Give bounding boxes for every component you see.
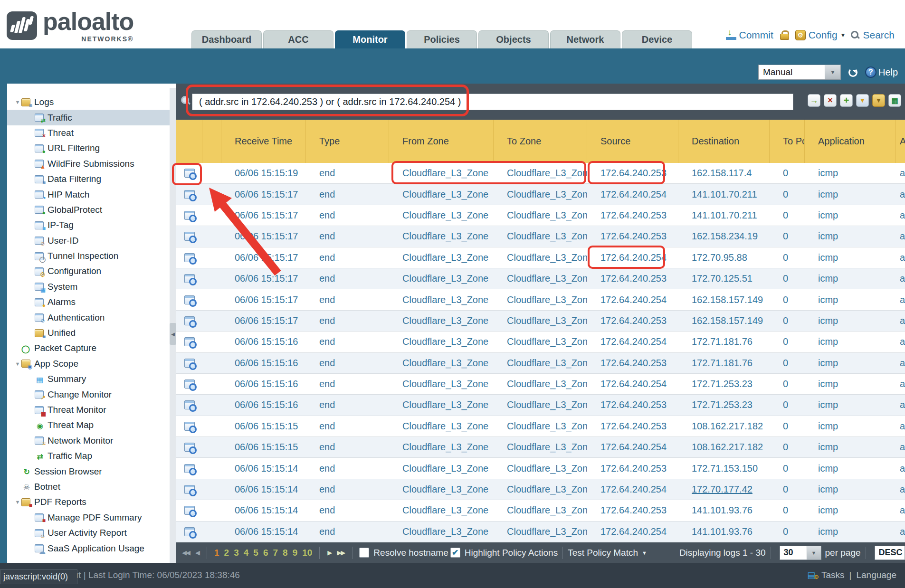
application-cell[interactable]: icmp <box>805 332 896 352</box>
source-cell[interactable]: 172.64.240.253 <box>587 163 678 183</box>
application-cell[interactable]: icmp <box>805 353 896 373</box>
type-cell[interactable]: end <box>306 311 389 331</box>
to-port-cell[interactable]: 0 <box>770 311 805 331</box>
action-cell[interactable]: allow <box>896 416 905 436</box>
destination-cell[interactable]: 172.71.253.23 <box>678 395 770 415</box>
to-zone-cell[interactable]: Cloudflare_L3_Zone <box>494 289 587 310</box>
destination-cell[interactable]: 172.71.153.150 <box>678 458 770 478</box>
test-policy-match-button[interactable]: Test Policy Match ▼ <box>568 548 647 558</box>
to-port-cell[interactable]: 0 <box>770 395 805 415</box>
sidebar-item-manage-pdf-summary[interactable]: Manage PDF Summary <box>7 510 170 525</box>
receive-time-cell[interactable]: 06/06 15:15:14 <box>221 500 306 521</box>
sidebar-item-user-id[interactable]: User-ID <box>7 233 170 248</box>
type-cell[interactable]: end <box>306 163 389 183</box>
sidebar-item-summary[interactable]: Summary <box>7 371 170 387</box>
receive-time-cell[interactable]: 06/06 15:15:17 <box>221 311 306 331</box>
from-zone-cell[interactable]: Cloudflare_L3_Zone <box>389 332 494 352</box>
page-number-10[interactable]: 10 <box>302 548 312 558</box>
log-detail-icon[interactable] <box>184 169 195 178</box>
type-cell[interactable]: end <box>306 205 389 226</box>
to-zone-cell[interactable]: Cloudflare_L3_Zone <box>494 353 587 373</box>
type-cell[interactable]: end <box>306 522 389 542</box>
sidebar-item-wildfire-submissions[interactable]: WildFire Submissions <box>7 156 170 171</box>
sidebar-item-threat-map[interactable]: Threat Map <box>7 417 170 433</box>
source-cell[interactable]: 172.64.240.254 <box>587 374 678 394</box>
application-cell[interactable]: icmp <box>805 458 896 478</box>
action-cell[interactable]: allow <box>896 226 905 247</box>
sidebar-item-unified[interactable]: Unified <box>7 325 170 341</box>
page-size-dropdown-arrow[interactable]: ▼ <box>807 546 821 560</box>
receive-time-cell[interactable]: 06/06 15:15:17 <box>221 289 306 310</box>
application-cell[interactable]: icmp <box>805 479 896 500</box>
destination-cell[interactable]: 172.70.125.51 <box>678 268 770 289</box>
column-header-receive-time[interactable]: Receive Time <box>221 120 306 163</box>
log-detail-icon[interactable] <box>184 190 195 199</box>
sidebar-item-authentication[interactable]: Authentication <box>7 310 170 325</box>
to-port-cell[interactable]: 0 <box>770 458 805 478</box>
add-filter-icon[interactable]: + <box>840 94 853 107</box>
page-number-8[interactable]: 8 <box>283 548 288 558</box>
to-zone-cell[interactable]: Cloudflare_L3_Zone <box>494 458 587 478</box>
log-filter-input[interactable] <box>192 94 793 110</box>
from-zone-cell[interactable]: Cloudflare_L3_Zone <box>389 226 494 247</box>
action-cell[interactable]: allow <box>896 268 905 289</box>
receive-time-cell[interactable]: 06/06 15:15:16 <box>221 353 306 373</box>
destination-cell[interactable]: 141.101.70.211 <box>678 184 770 204</box>
from-zone-cell[interactable]: Cloudflare_L3_Zone <box>389 500 494 521</box>
source-cell[interactable]: 172.64.240.253 <box>587 500 678 521</box>
column-header-to-zone[interactable]: To Zone <box>494 120 587 163</box>
destination-cell[interactable]: 141.101.70.211 <box>678 205 770 226</box>
source-cell[interactable]: 172.64.240.254 <box>587 479 678 500</box>
receive-time-cell[interactable]: 06/06 15:15:15 <box>221 416 306 436</box>
type-cell[interactable]: end <box>306 184 389 204</box>
to-port-cell[interactable]: 0 <box>770 247 805 268</box>
source-cell[interactable]: 172.64.240.254 <box>587 522 678 542</box>
tab-policies[interactable]: Policies <box>407 30 477 48</box>
resolve-hostname-checkbox[interactable] <box>359 548 369 558</box>
from-zone-cell[interactable]: Cloudflare_L3_Zone <box>389 247 494 268</box>
column-header-from-zone[interactable]: From Zone <box>389 120 494 163</box>
to-zone-cell[interactable]: Cloudflare_L3_Zone <box>494 522 587 542</box>
receive-time-cell[interactable]: 06/06 15:15:17 <box>221 247 306 268</box>
destination-cell[interactable]: 162.158.234.19 <box>678 226 770 247</box>
sidebar-item-threat[interactable]: Threat <box>7 125 170 141</box>
application-cell[interactable]: icmp <box>805 311 896 331</box>
tab-dashboard[interactable]: Dashboard <box>191 30 262 48</box>
to-zone-cell[interactable]: Cloudflare_L3_Zone <box>494 332 587 352</box>
action-cell[interactable]: allow <box>896 205 905 226</box>
page-number-5[interactable]: 5 <box>253 548 258 558</box>
to-port-cell[interactable]: 0 <box>770 522 805 542</box>
commit-button[interactable]: Commit <box>726 29 773 41</box>
action-cell[interactable]: allow <box>896 458 905 478</box>
to-port-cell[interactable]: 0 <box>770 226 805 247</box>
application-cell[interactable]: icmp <box>805 268 896 289</box>
from-zone-cell[interactable]: Cloudflare_L3_Zone <box>389 395 494 415</box>
source-cell[interactable]: 172.64.240.254 <box>587 247 678 268</box>
tasks-button[interactable]: Tasks <box>821 570 845 580</box>
source-cell[interactable]: 172.64.240.254 <box>587 332 678 352</box>
log-detail-icon[interactable] <box>184 232 195 241</box>
to-port-cell[interactable]: 0 <box>770 268 805 289</box>
destination-cell[interactable]: 108.162.217.182 <box>678 416 770 436</box>
from-zone-cell[interactable]: Cloudflare_L3_Zone <box>389 458 494 478</box>
receive-time-cell[interactable]: 06/06 15:15:17 <box>221 184 306 204</box>
tab-acc[interactable]: ACC <box>263 30 333 48</box>
sidebar-item-saas-application-usage[interactable]: SaaS Application Usage <box>7 541 170 556</box>
prev-page-button[interactable]: ◀ <box>195 549 199 556</box>
receive-time-cell[interactable]: 06/06 15:15:17 <box>221 226 306 247</box>
expand-triangle-icon[interactable]: ▼ <box>14 499 21 505</box>
destination-cell[interactable]: 162.158.157.149 <box>678 289 770 310</box>
log-detail-icon[interactable] <box>184 422 195 431</box>
to-port-cell[interactable]: 0 <box>770 163 805 183</box>
source-cell[interactable]: 172.64.240.253 <box>587 205 678 226</box>
to-zone-cell[interactable]: Cloudflare_L3_Zone <box>494 184 587 204</box>
from-zone-cell[interactable]: Cloudflare_L3_Zone <box>389 416 494 436</box>
application-cell[interactable]: icmp <box>805 374 896 394</box>
interval-dropdown-arrow[interactable]: ▼ <box>825 65 841 80</box>
destination-cell[interactable]: 172.70.95.88 <box>678 247 770 268</box>
tab-monitor[interactable]: Monitor <box>335 30 405 48</box>
type-cell[interactable]: end <box>306 247 389 268</box>
sidebar-item-botnet[interactable]: Botnet <box>7 479 170 494</box>
log-detail-icon[interactable] <box>184 253 195 262</box>
destination-cell[interactable]: 141.101.93.76 <box>678 500 770 521</box>
